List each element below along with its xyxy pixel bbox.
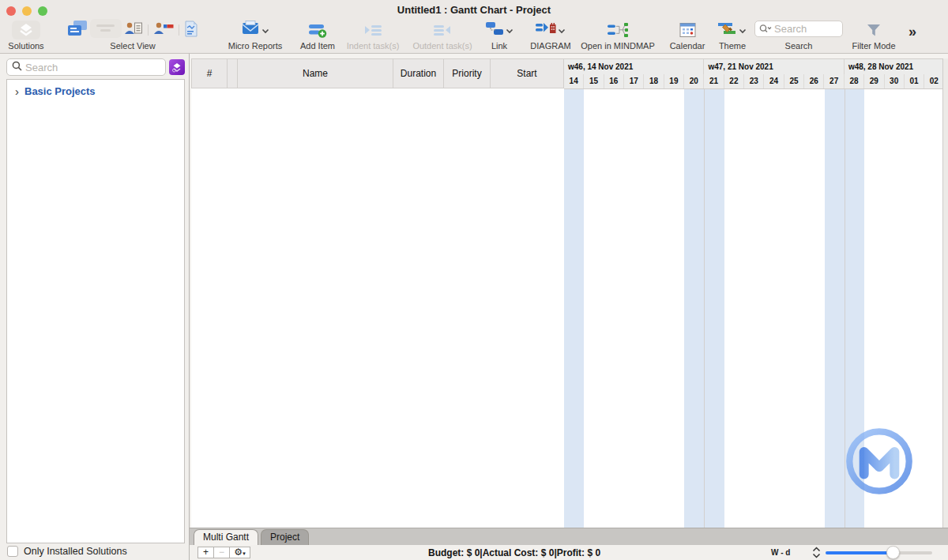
resource-usage-view-icon[interactable] (153, 21, 174, 39)
select-view-group[interactable]: Select View (55, 21, 210, 51)
weekend-band (564, 89, 584, 528)
add-item-icon (308, 21, 327, 39)
link-icon (485, 21, 504, 39)
remove-view-button: − (213, 547, 230, 558)
timeline-zoom-slider[interactable] (826, 545, 932, 560)
chevron-down-icon (506, 23, 514, 37)
toolbar-separator (148, 24, 149, 36)
gantt-view-icon-disabled (89, 19, 122, 41)
window-title: Untitled1 : Gantt Chart - Project (0, 4, 948, 16)
column-header-priority[interactable]: Priority (444, 58, 491, 88)
tree-item-basic-projects[interactable]: › Basic Projects (7, 80, 184, 97)
gantt-day-header-row: 14151617181920212223242526272829300102 (564, 74, 942, 89)
gantt-chart[interactable]: w46, 14 Nov 2021w47, 21 Nov 2021w48, 28 … (564, 58, 942, 528)
column-header-start[interactable]: Start (491, 58, 564, 88)
only-installed-label: Only Installed Solutions (24, 546, 127, 557)
column-header-duration[interactable]: Duration (393, 58, 444, 88)
gantt-chart-body[interactable] (564, 89, 942, 528)
add-item-button[interactable]: Add Item (294, 21, 341, 51)
budget-status-text: Budget: $ 0|Actual Cost: $ 0|Profit: $ 0 (428, 547, 600, 558)
tree-item-label: Basic Projects (24, 85, 96, 97)
theme-button[interactable]: Theme (711, 21, 754, 51)
open-in-mindmap-button[interactable]: Open in MINDMAP (580, 21, 656, 51)
link-button[interactable]: Link (480, 21, 518, 51)
week-header-cell: w47, 21 Nov 2021 (704, 59, 844, 74)
title-and-toolbar: Untitled1 : Gantt Chart - Project Soluti… (0, 0, 948, 54)
day-header-cell: 21 (704, 74, 724, 88)
search-icon (759, 22, 772, 36)
day-header-cell: 24 (764, 74, 784, 88)
weekend-band (684, 89, 704, 528)
day-header-cell: 20 (684, 74, 704, 88)
theme-icon (718, 21, 737, 39)
zoom-stepper[interactable] (812, 547, 821, 560)
day-header-cell: 19 (664, 74, 684, 88)
day-header-cell: 15 (584, 74, 604, 88)
toolbar-search-group: Search (754, 21, 843, 51)
day-header-cell: 22 (724, 74, 744, 88)
filter-icon (866, 21, 882, 39)
task-table-body[interactable] (191, 88, 564, 528)
only-installed-checkbox[interactable] (7, 546, 18, 557)
day-header-cell: 28 (845, 74, 864, 88)
mail-icon (241, 21, 260, 39)
chevron-down-icon (261, 23, 269, 37)
day-header-cell: 01 (905, 74, 924, 88)
view-settings-button[interactable]: ⚙▾ (229, 547, 250, 558)
column-header-indicator[interactable] (228, 58, 238, 88)
chevron-down-icon (739, 23, 747, 37)
multi-gantt-view-icon[interactable] (67, 20, 88, 40)
solutions-button[interactable]: Solutions (5, 21, 47, 51)
task-table-header: # Name Duration Priority Start (191, 58, 564, 88)
resource-view-icon[interactable] (124, 21, 143, 39)
tab-project[interactable]: Project (261, 529, 309, 545)
app-window: Untitled1 : Gantt Chart - Project Soluti… (0, 0, 948, 560)
toolbar-overflow-button[interactable]: » (908, 24, 915, 40)
sidebar-search-input[interactable] (25, 62, 160, 73)
week-header-cell: w46, 14 Nov 2021 (564, 59, 704, 74)
day-header-cell: 14 (564, 74, 584, 88)
day-header-cell: 25 (784, 74, 804, 88)
outdent-task-button: Outdent task(s) (408, 21, 477, 51)
weekend-band (845, 89, 864, 528)
outdent-icon (433, 21, 452, 39)
toolbar-separator (179, 24, 179, 36)
gantt-main-area: # Name Duration Priority Start w46, 14 N… (190, 54, 948, 560)
tab-multi-gantt[interactable]: Multi Gantt (194, 529, 258, 545)
zoom-scale-label: W - d (771, 548, 790, 557)
status-bar: + − ⚙▾ Budget: $ 0|Actual Cost: $ 0|Prof… (190, 545, 948, 560)
day-header-cell: 27 (824, 74, 844, 88)
solutions-tree-panel: › Basic Projects (6, 79, 185, 543)
slider-fill (826, 551, 893, 554)
column-header-name[interactable]: Name (238, 58, 393, 88)
report-view-icon[interactable] (184, 21, 198, 40)
weekend-band (704, 89, 724, 528)
week-header-cell: w48, 28 Nov 2021 (845, 59, 942, 74)
chevron-right-icon[interactable]: › (15, 88, 19, 96)
toolbar-search-input[interactable] (774, 23, 838, 35)
search-icon (12, 60, 22, 74)
solutions-store-button[interactable] (169, 59, 185, 75)
chevron-down-icon (558, 23, 566, 37)
indent-icon (363, 21, 382, 39)
day-header-cell: 16 (604, 74, 624, 88)
vertical-scrollbar[interactable] (942, 58, 948, 528)
add-view-button[interactable]: + (198, 547, 214, 558)
day-header-cell: 29 (864, 74, 884, 88)
diagram-button[interactable]: DIAGRAM (525, 21, 577, 51)
calendar-button[interactable]: Calendar (665, 21, 709, 51)
solutions-icon (11, 21, 41, 39)
week-boundary-line (704, 89, 705, 528)
weekend-band (825, 89, 845, 528)
sidebar-search-field[interactable] (6, 58, 166, 76)
mindmap-icon (608, 21, 628, 39)
filter-mode-button[interactable]: Filter Mode (847, 21, 901, 51)
micro-reports-button[interactable]: Micro Reports (224, 21, 287, 51)
view-tab-bar: Multi Gantt Project (190, 528, 948, 545)
column-header-number[interactable]: # (191, 58, 228, 88)
slider-thumb[interactable] (886, 546, 900, 559)
solutions-sidebar: › Basic Projects Only Installed Solution… (0, 54, 190, 560)
indent-task-button: Indent task(s) (340, 21, 406, 51)
toolbar-search-field[interactable] (754, 21, 843, 37)
gantt-week-header-row: w46, 14 Nov 2021w47, 21 Nov 2021w48, 28 … (564, 59, 942, 74)
